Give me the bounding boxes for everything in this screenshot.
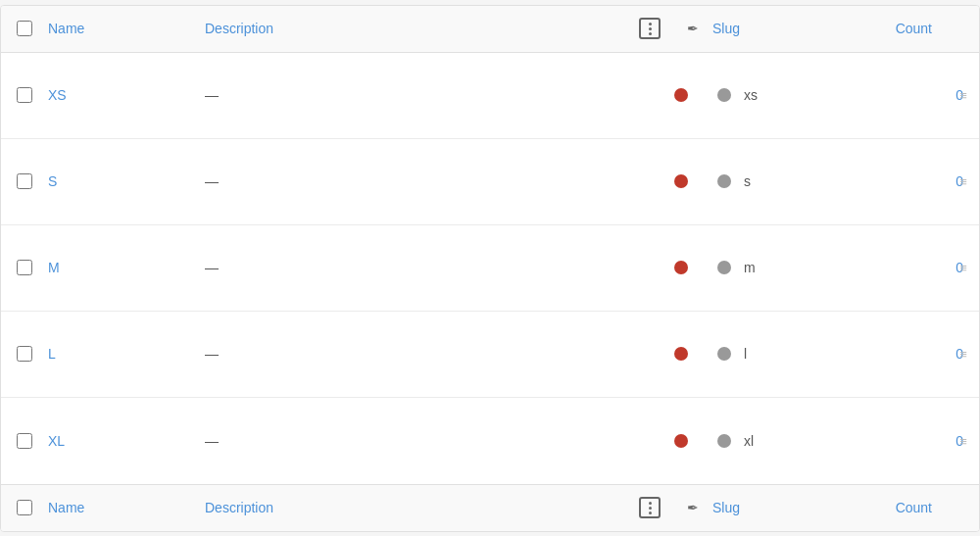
row-icon1-xs — [658, 88, 705, 102]
gray-dot-m — [717, 261, 731, 274]
data-table: Name Description ✒ Slug Count — [0, 5, 980, 532]
row-checkbox-l[interactable] — [17, 346, 32, 362]
gray-dot-xs — [717, 88, 731, 102]
table-body: XS — xs 0 ≡ S — s — [1, 53, 979, 484]
row-checkbox-m[interactable] — [17, 260, 32, 275]
drag-handle-l[interactable]: ≡ — [948, 348, 979, 361]
table-row: XS — xs 0 ≡ — [1, 53, 979, 139]
drag-lines-icon: ≡ — [959, 348, 967, 361]
gray-dot-s — [717, 174, 731, 188]
row-checkbox-col[interactable] — [1, 433, 48, 449]
footer-list-icon — [639, 497, 661, 518]
drag-lines-icon: ≡ — [959, 434, 967, 447]
table-footer-row: Name Description ✒ Slug Count — [1, 484, 979, 531]
drag-handle-m[interactable]: ≡ — [948, 262, 979, 274]
list-icon — [639, 18, 661, 39]
footer-count: Count — [830, 500, 948, 515]
gray-dot-l — [717, 347, 731, 361]
table-row: XL — xl 0 ≡ — [1, 398, 979, 484]
pen-icon: ✒ — [687, 21, 699, 36]
row-description-xl: — — [205, 433, 658, 449]
row-checkbox-xs[interactable] — [17, 87, 32, 103]
row-slug-xl: xl — [744, 433, 861, 449]
red-dot-xs — [674, 88, 688, 102]
red-dot-s — [674, 174, 688, 188]
row-description-m: — — [205, 260, 658, 275]
row-icon1-s — [658, 174, 705, 188]
row-checkbox-col[interactable] — [1, 346, 48, 362]
header-count: Count — [830, 21, 948, 36]
header-slug: Slug — [712, 21, 830, 36]
drag-handle-s[interactable]: ≡ — [948, 175, 979, 188]
footer-icon2-col: ✒ — [673, 500, 712, 515]
footer-description: Description — [205, 500, 626, 515]
row-icon2-xl — [705, 434, 744, 448]
row-name-xs: XS — [48, 87, 205, 103]
select-all-checkbox[interactable] — [17, 21, 32, 36]
row-name-m: M — [48, 260, 205, 275]
row-checkbox-xl[interactable] — [17, 433, 32, 449]
row-icon1-xl — [658, 434, 705, 448]
row-description-xs: — — [205, 87, 658, 103]
row-name-xl: XL — [48, 433, 205, 449]
row-description-l: — — [205, 346, 658, 362]
footer-icon1-col — [626, 497, 673, 518]
drag-handle-xs[interactable]: ≡ — [948, 89, 979, 102]
row-icon2-s — [705, 174, 744, 188]
row-icon1-m — [658, 261, 705, 274]
table-header-row: Name Description ✒ Slug Count — [1, 6, 979, 53]
drag-lines-icon: ≡ — [959, 175, 967, 188]
header-description: Description — [205, 21, 626, 36]
row-icon2-l — [705, 347, 744, 361]
row-icon2-xs — [705, 88, 744, 102]
row-description-s: — — [205, 173, 658, 189]
drag-lines-icon: ≡ — [959, 89, 967, 102]
row-checkbox-col[interactable] — [1, 260, 48, 275]
gray-dot-xl — [717, 434, 731, 448]
red-dot-m — [674, 261, 688, 274]
row-slug-xs: xs — [744, 87, 861, 103]
row-checkbox-s[interactable] — [17, 173, 32, 189]
footer-select-all-checkbox[interactable] — [17, 500, 32, 515]
footer-checkbox-col[interactable] — [1, 500, 48, 515]
red-dot-l — [674, 347, 688, 361]
row-icon2-m — [705, 261, 744, 274]
footer-pen-icon: ✒ — [687, 500, 699, 515]
header-icon2-col: ✒ — [673, 21, 712, 36]
footer-slug: Slug — [712, 500, 830, 515]
header-icon1-col — [626, 18, 673, 39]
row-slug-m: m — [744, 260, 861, 275]
row-name-s: S — [48, 173, 205, 189]
row-checkbox-col[interactable] — [1, 87, 48, 103]
header-checkbox-col[interactable] — [1, 21, 48, 36]
red-dot-xl — [674, 434, 688, 448]
row-name-l: L — [48, 346, 205, 362]
row-slug-s: s — [744, 173, 861, 189]
table-row: L — l 0 ≡ — [1, 312, 979, 398]
table-row: S — s 0 ≡ — [1, 139, 979, 225]
table-row: M — m 0 ≡ — [1, 225, 979, 312]
drag-handle-xl[interactable]: ≡ — [948, 434, 979, 447]
row-checkbox-col[interactable] — [1, 173, 48, 189]
footer-name: Name — [48, 500, 205, 515]
row-icon1-l — [658, 347, 705, 361]
drag-lines-icon: ≡ — [959, 262, 967, 274]
row-slug-l: l — [744, 346, 861, 362]
header-name: Name — [48, 21, 205, 36]
